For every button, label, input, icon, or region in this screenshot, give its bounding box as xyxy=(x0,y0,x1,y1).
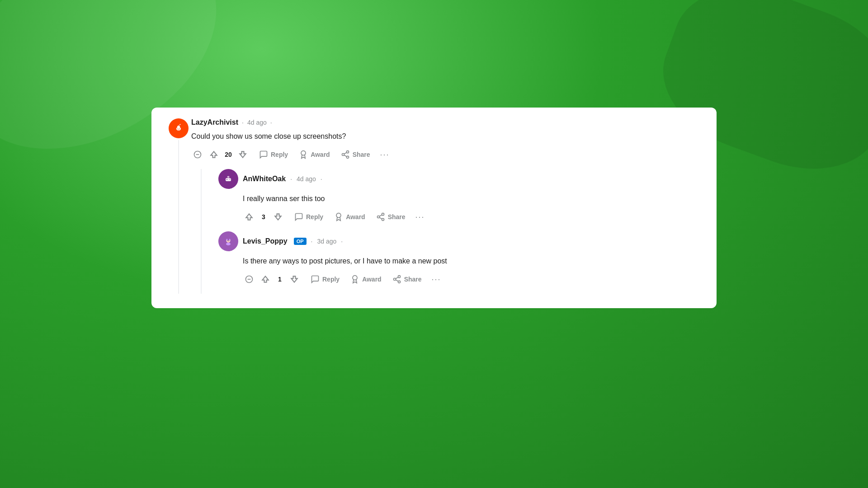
avatar-levis-poppy xyxy=(218,231,238,251)
downvote-icon-r2 xyxy=(290,275,299,284)
upvote-button-r2[interactable] xyxy=(259,273,272,286)
reply-body-1: I really wanna ser this too 3 xyxy=(218,193,702,224)
share-button-1[interactable]: Share xyxy=(336,147,375,162)
reply-button-1[interactable]: Reply xyxy=(255,147,292,162)
reply-button-r2[interactable]: Reply xyxy=(306,272,344,286)
downvote-button-r2[interactable] xyxy=(288,273,301,286)
avatar-lazyarchivist xyxy=(169,118,189,138)
more-button-r1[interactable]: ··· xyxy=(412,211,429,224)
svg-point-10 xyxy=(180,124,181,125)
vote-group-r2: 1 xyxy=(259,273,301,286)
svg-point-37 xyxy=(226,239,228,240)
svg-point-36 xyxy=(226,243,231,245)
timestamp-1: 4d ago xyxy=(247,119,267,126)
meta-dot-1: · xyxy=(242,119,244,126)
svg-line-30 xyxy=(379,215,382,216)
timestamp-r2: 3d ago xyxy=(317,238,337,245)
vote-group-r1: 3 xyxy=(243,211,284,223)
username-anwhiteoak: AnWhiteOak xyxy=(243,175,286,183)
action-bar-r2: 1 xyxy=(243,272,702,286)
svg-rect-23 xyxy=(230,178,230,179)
svg-point-24 xyxy=(227,176,230,178)
reply-button-r1[interactable]: Reply xyxy=(290,210,328,224)
vote-group-1: 20 xyxy=(208,148,249,161)
svg-point-27 xyxy=(377,216,379,218)
award-icon-r2 xyxy=(350,275,359,284)
share-icon-r2 xyxy=(392,275,401,284)
collapse-button-1[interactable] xyxy=(191,148,204,161)
downvote-button-1[interactable] xyxy=(236,148,249,161)
meta-dot-r2b: · xyxy=(341,238,343,245)
svg-point-26 xyxy=(382,213,384,216)
svg-point-8 xyxy=(179,128,180,129)
vote-count-r1: 3 xyxy=(259,213,268,221)
upvote-icon xyxy=(209,150,218,159)
upvote-icon-r1 xyxy=(245,212,254,221)
reply-body-2: Is there any ways to post pictures, or I… xyxy=(218,256,702,286)
reply-header-2: Levis_Poppy OP · 3d ago · xyxy=(218,231,702,251)
share-button-r1[interactable]: Share xyxy=(372,210,410,224)
svg-point-13 xyxy=(301,151,306,155)
svg-point-44 xyxy=(398,281,400,283)
svg-line-17 xyxy=(344,155,347,156)
upvote-icon-r2 xyxy=(261,275,270,284)
reply-icon-r1 xyxy=(294,212,303,221)
reply-comment-1: AnWhiteOak · 4d ago · I really wanna ser… xyxy=(218,169,702,224)
collapse-button-r2[interactable] xyxy=(243,273,255,286)
replies-content: AnWhiteOak · 4d ago · I really wanna ser… xyxy=(211,169,702,294)
comment-left-rail xyxy=(166,118,191,294)
comment-user-row: LazyArchivist · 4d ago · xyxy=(191,118,702,127)
svg-point-4 xyxy=(177,126,180,128)
upvote-button-r1[interactable] xyxy=(243,211,255,223)
username-levis-poppy: Levis_Poppy xyxy=(243,237,288,245)
award-icon-r1 xyxy=(334,212,343,221)
award-button-r2[interactable]: Award xyxy=(346,272,386,286)
meta-dot-r1: · xyxy=(290,175,292,183)
meta-dot-r2: · xyxy=(311,238,313,245)
collapse-icon xyxy=(193,150,202,159)
more-button-r2[interactable]: ··· xyxy=(428,273,445,286)
svg-point-42 xyxy=(398,276,400,278)
svg-rect-20 xyxy=(226,178,231,181)
downvote-icon xyxy=(238,150,247,159)
award-button-r1[interactable]: Award xyxy=(330,210,370,224)
svg-line-18 xyxy=(344,152,347,154)
reply-text-2: Is there any ways to post pictures, or I… xyxy=(243,256,702,267)
op-badge: OP xyxy=(294,238,307,245)
upvote-button-1[interactable] xyxy=(208,148,220,161)
downvote-button-r1[interactable] xyxy=(272,211,284,223)
comment-text-1: Could you show us some close up screensh… xyxy=(191,131,702,142)
svg-point-7 xyxy=(177,128,178,129)
comment-content: LazyArchivist · 4d ago · Could you show … xyxy=(191,118,702,294)
action-bar-1: 20 Reply xyxy=(191,147,702,162)
thread-line-wrapper xyxy=(191,169,211,294)
share-icon-1 xyxy=(341,150,350,159)
comment-thread: LazyArchivist · 4d ago · Could you show … xyxy=(166,118,702,294)
svg-point-43 xyxy=(393,278,396,281)
vote-count-r2: 1 xyxy=(275,276,284,283)
reply-text-1: I really wanna ser this too xyxy=(243,193,702,204)
svg-line-29 xyxy=(379,217,382,219)
svg-point-14 xyxy=(346,151,349,153)
downvote-icon-r1 xyxy=(274,212,283,221)
replies-container: AnWhiteOak · 4d ago · I really wanna ser… xyxy=(191,169,702,294)
award-button-1[interactable]: Award xyxy=(294,147,335,162)
svg-point-41 xyxy=(353,276,357,280)
reply-icon-r2 xyxy=(311,275,320,284)
reply-comment-2: Levis_Poppy OP · 3d ago · Is there any w… xyxy=(218,231,702,286)
collapse-icon-r2 xyxy=(245,275,254,284)
avatar-image xyxy=(169,118,189,138)
avatar-anwhiteoak-icon xyxy=(224,174,233,183)
svg-point-25 xyxy=(336,213,341,218)
more-button-1[interactable]: ··· xyxy=(377,148,393,161)
vote-count-1: 20 xyxy=(224,151,233,158)
svg-line-45 xyxy=(396,280,398,281)
thread-vertical-line xyxy=(178,140,179,294)
share-button-r2[interactable]: Share xyxy=(388,272,426,286)
svg-point-35 xyxy=(229,240,230,241)
avatar-levis-poppy-icon xyxy=(224,237,233,246)
svg-line-46 xyxy=(396,277,398,278)
avatar-anwhiteoak xyxy=(218,169,238,189)
svg-point-38 xyxy=(229,239,231,240)
reddit-alien-icon xyxy=(174,124,183,133)
